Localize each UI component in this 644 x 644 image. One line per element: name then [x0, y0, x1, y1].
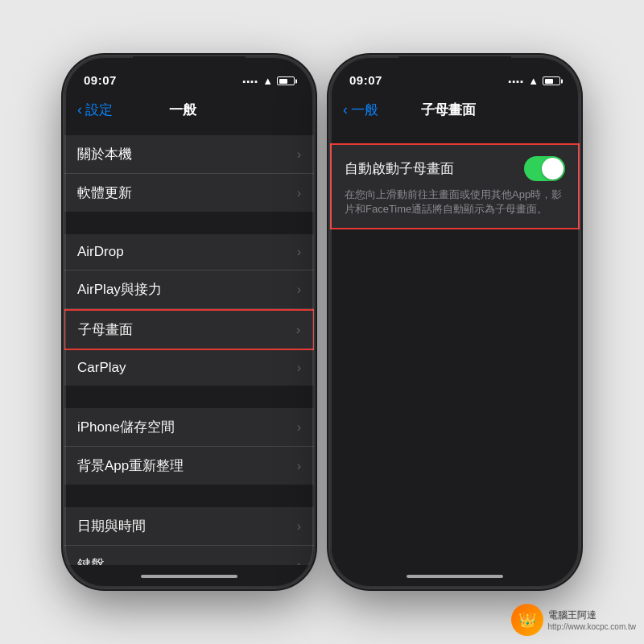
nav-back-label-left[interactable]: 設定 — [85, 101, 113, 119]
nav-back-right[interactable]: ‹ 一般 — [343, 101, 378, 119]
settings-list-left: 關於本機 › 軟體更新 › AirDrop › — [64, 127, 314, 565]
section-gap-1 — [64, 212, 314, 234]
notch-right — [398, 56, 511, 79]
chevron-airdrop: › — [297, 245, 301, 259]
watermark-info: 電腦王阿達 http://www.kocpc.com.tw — [548, 609, 636, 631]
toggle-label: 自動啟動子母畫面 — [345, 159, 454, 178]
chevron-software: › — [297, 186, 301, 200]
home-indicator-left — [64, 565, 314, 588]
item-label-storage: iPhone儲存空間 — [77, 418, 175, 436]
detail-content: 自動啟動子母畫面 在您向上滑動前往主畫面或使用其他App時，影片和FaceTim… — [330, 127, 580, 246]
home-bar-right — [407, 575, 503, 578]
chevron-keyboard: › — [297, 558, 301, 566]
watermark: 👑 電腦王阿達 http://www.kocpc.com.tw — [511, 604, 636, 636]
toggle-switch[interactable] — [524, 156, 565, 181]
pip-detail-section: 自動啟動子母畫面 在您向上滑動前往主畫面或使用其他App時，影片和FaceTim… — [330, 143, 580, 229]
list-item-airplay[interactable]: AirPlay與接力 › — [64, 270, 314, 309]
wifi-icon-left: ▲ — [262, 75, 273, 87]
item-label-airplay: AirPlay與接力 — [77, 280, 162, 299]
list-item-keyboard[interactable]: 鍵盤 › — [64, 546, 314, 565]
section-gap-3 — [64, 485, 314, 507]
watermark-brand: 電腦王阿達 — [548, 609, 636, 622]
chevron-carplay: › — [297, 361, 301, 375]
status-icons-left: ▪▪▪▪ ▲ — [243, 75, 295, 87]
list-item-bgapp[interactable]: 背景App重新整理 › — [64, 447, 314, 485]
nav-title-right: 子母畫面 — [421, 101, 476, 119]
nav-back-label-right[interactable]: 一般 — [351, 101, 378, 119]
phones-container: 09:07 ▪▪▪▪ ▲ ‹ 設定 一般 — [64, 56, 580, 588]
chevron-storage: › — [297, 420, 301, 435]
chevron-bgapp: › — [297, 459, 301, 473]
chevron-datetime: › — [297, 519, 301, 534]
notch-left — [133, 56, 246, 79]
item-label-software: 軟體更新 — [77, 184, 132, 202]
item-label-carplay: CarPlay — [77, 360, 126, 376]
toggle-knob — [542, 158, 564, 180]
battery-icon-right — [543, 76, 560, 85]
phone-right: 09:07 ▪▪▪▪ ▲ ‹ 一般 子母畫面 自動啟 — [330, 56, 580, 588]
nav-bar-left: ‹ 設定 一般 — [64, 92, 314, 127]
chevron-airplay: › — [297, 283, 301, 297]
wifi-icon-right: ▲ — [528, 75, 539, 87]
screen-content-left: 關於本機 › 軟體更新 › AirDrop › — [64, 127, 314, 565]
back-chevron-left: ‹ — [77, 101, 82, 118]
list-item-software[interactable]: 軟體更新 › — [64, 174, 314, 212]
time-left: 09:07 — [84, 73, 117, 87]
screen-content-right: 自動啟動子母畫面 在您向上滑動前往主畫面或使用其他App時，影片和FaceTim… — [330, 127, 580, 565]
item-label-about: 關於本機 — [77, 145, 132, 163]
section-4: 日期與時間 › 鍵盤 › 字體 › 語言與地區 › — [64, 507, 314, 565]
watermark-icon: 👑 — [518, 611, 536, 629]
home-indicator-right — [330, 565, 580, 588]
chevron-about: › — [297, 147, 301, 162]
back-chevron-right: ‹ — [343, 101, 348, 118]
chevron-pip: › — [296, 323, 300, 337]
list-item-airdrop[interactable]: AirDrop › — [64, 234, 314, 270]
section-3: iPhone儲存空間 › 背景App重新整理 › — [64, 408, 314, 485]
list-item-carplay[interactable]: CarPlay › — [64, 350, 314, 386]
battery-icon-left — [277, 76, 295, 85]
item-label-bgapp: 背景App重新整理 — [77, 456, 184, 475]
list-item-about[interactable]: 關於本機 › — [64, 135, 314, 174]
list-item-datetime[interactable]: 日期與時間 › — [64, 507, 314, 546]
signal-icon-left: ▪▪▪▪ — [243, 76, 259, 86]
signal-icon-right: ▪▪▪▪ — [509, 76, 525, 86]
nav-title-left: 一般 — [169, 101, 196, 119]
list-item-storage[interactable]: iPhone儲存空間 › — [64, 408, 314, 447]
item-label-airdrop: AirDrop — [77, 244, 124, 260]
nav-bar-right: ‹ 一般 子母畫面 — [330, 92, 580, 127]
toggle-row: 自動啟動子母畫面 — [345, 156, 565, 181]
phone-left: 09:07 ▪▪▪▪ ▲ ‹ 設定 一般 — [64, 56, 314, 588]
section-1: 關於本機 › 軟體更新 › — [64, 135, 314, 212]
home-bar-left — [141, 575, 237, 578]
detail-description: 在您向上滑動前往主畫面或使用其他App時，影片和FaceTime通話將自動顯示為… — [345, 188, 565, 217]
list-item-pip[interactable]: 子母畫面 › — [64, 309, 314, 350]
battery-fill-left — [279, 79, 287, 84]
nav-back-left[interactable]: ‹ 設定 — [77, 101, 113, 119]
section-2: AirDrop › AirPlay與接力 › 子母畫面 › CarPlay › — [64, 234, 314, 386]
item-label-pip: 子母畫面 — [78, 320, 133, 339]
item-label-keyboard: 鍵盤 — [77, 555, 105, 565]
section-gap-2 — [64, 386, 314, 408]
battery-fill-right — [545, 79, 553, 84]
time-right: 09:07 — [349, 73, 382, 87]
watermark-avatar: 👑 — [511, 604, 543, 636]
item-label-datetime: 日期與時間 — [77, 517, 146, 535]
status-icons-right: ▪▪▪▪ ▲ — [509, 75, 560, 87]
watermark-url: http://www.kocpc.com.tw — [548, 622, 636, 631]
